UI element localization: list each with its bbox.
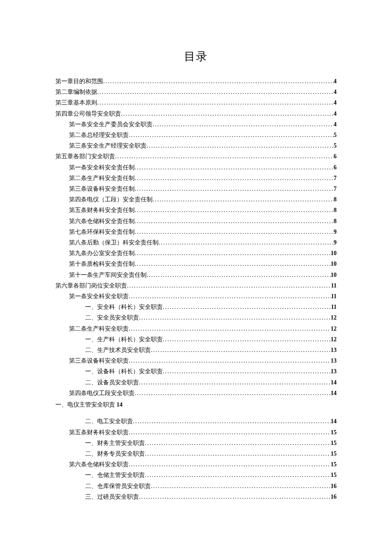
toc-entry-label: 第三章基本原则 xyxy=(55,97,97,108)
toc-entry: 一、生产科（科长）安全职责12 xyxy=(55,334,337,345)
toc-entry-page: 7 xyxy=(334,183,337,194)
toc-entry-page: 6 xyxy=(334,151,337,162)
toc-entry: 二、仓库保管员安全职责16 xyxy=(55,481,337,491)
toc-title: 目录 xyxy=(55,49,337,64)
toc-leader-dots xyxy=(135,173,334,183)
toc-entry: 三、过磅员安全职责16 xyxy=(55,491,337,502)
toc-entry-label: 第二条生产科安全职责 xyxy=(69,323,129,334)
toc-entry-label: 一、财务主管安全职责 xyxy=(85,438,145,448)
toc-entry-label: 二、仓库保管员安全职责 xyxy=(85,481,151,491)
toc-leader-dots xyxy=(151,345,331,355)
toc-leader-dots xyxy=(163,334,331,345)
toc-entry-label: 第二条总经理安全职责 xyxy=(69,130,129,140)
toc-entry: 一、仓储主管安全职责15 xyxy=(55,470,337,480)
toc-leader-dots xyxy=(153,194,334,205)
toc-entry-page: 4 xyxy=(334,119,337,130)
toc-entry-page: 13 xyxy=(331,366,337,377)
toc-entry-label: 第二条生产科安全责任制 xyxy=(69,173,135,183)
toc-leader-dots xyxy=(163,302,331,312)
toc-entry-page: 14 xyxy=(117,401,123,408)
toc-entry: 第八条后勤（保卫）科安全责任制9 xyxy=(55,237,337,248)
toc-entry-label: 三、过磅员安全职责 xyxy=(85,491,139,502)
toc-entry-page: 9 xyxy=(334,227,337,237)
toc-entry: 第四章公司领导安全职责4 xyxy=(55,108,337,119)
toc-entry-label: 第一条安全生产委员会安全职责 xyxy=(69,119,153,130)
toc-entry: 第七条环保科安全责任制9 xyxy=(55,227,337,237)
toc-entry-page: 15 xyxy=(331,438,337,448)
toc-leader-dots xyxy=(145,470,331,480)
toc-entry-page: 11 xyxy=(331,280,337,291)
toc-leader-dots xyxy=(135,388,331,398)
toc-entry-label: 一、仓储主管安全职责 xyxy=(85,470,145,480)
toc-entry: 第九条办公室安全责任制10 xyxy=(55,248,337,259)
toc-entry-label: 第三条安全生产经理安全职责 xyxy=(69,140,147,151)
toc-leader-dots xyxy=(147,140,334,151)
toc-leader-dots xyxy=(129,459,331,470)
toc-entry-page: 16 xyxy=(331,481,337,491)
toc-entry: 第五条财务科安全职责15 xyxy=(55,427,337,438)
toc-leader-dots xyxy=(153,119,334,130)
toc-entry-page: 12 xyxy=(331,334,337,345)
toc-entry: 一、设备科（科长）安全职责13 xyxy=(55,366,337,377)
toc-entry-label: 第四章公司领导安全职责 xyxy=(55,108,121,119)
toc-entry-page: 5 xyxy=(334,140,337,151)
toc-entry: 一、安全科（科长）安全职责11 xyxy=(55,302,337,312)
toc-entry: 二、电工安全职责14 xyxy=(55,416,337,427)
toc-leader-dots xyxy=(139,491,331,502)
toc-entry-label: 二、电工安全职责 xyxy=(85,416,133,427)
toc-leader-dots xyxy=(97,97,334,108)
toc-entry-label: 第一条安全科安全责任制 xyxy=(69,162,135,173)
toc-leader-dots xyxy=(121,108,334,119)
toc-entry-label: 第九条办公室安全责任制 xyxy=(69,248,135,259)
toc-entry-label: 第五章各部门安全职责 xyxy=(55,151,115,162)
toc-leader-dots xyxy=(135,227,334,237)
toc-entry-label: 第六条仓储科安全责任制 xyxy=(69,216,135,227)
toc-entry-label: 第四条电仪（工段）安全责任制 xyxy=(69,194,153,205)
toc-leader-dots xyxy=(127,280,331,291)
toc-leader-dots xyxy=(135,259,331,269)
toc-entry-label: 第一章目的和范围 xyxy=(55,76,103,87)
toc-entry: 一、财务主管安全职责15 xyxy=(55,438,337,448)
toc-entry: 第十一条生产车间安全责任制10 xyxy=(55,270,337,280)
toc-entry: 第二章编制依据4 xyxy=(55,87,337,97)
toc-entry: 第四条电仪（工段）安全责任制8 xyxy=(55,194,337,205)
toc-leader-dots xyxy=(135,162,334,173)
toc-entry: 第六条仓储科安全责任制8 xyxy=(55,216,337,227)
toc-entry: 第二条生产科安全职责12 xyxy=(55,323,337,334)
toc-entry: 第五条财务科安全责任制8 xyxy=(55,205,337,215)
toc-entry: 第三章基本原则4 xyxy=(55,97,337,108)
toc-leader-dots xyxy=(145,438,331,448)
toc-entry-label: 第五条财务科安全职责 xyxy=(69,427,129,438)
toc-entry: 第一条安全科安全职责11 xyxy=(55,291,337,302)
toc-entry: 第十条质检科安全责任制10 xyxy=(55,259,337,269)
toc-entry-page: 15 xyxy=(331,448,337,459)
toc-leader-dots xyxy=(135,183,334,194)
toc-entry: 第五章各部门安全职责6 xyxy=(55,151,337,162)
toc-leader-dots xyxy=(151,481,331,491)
toc-entry-label: 二、设备员安全职责 xyxy=(85,377,139,388)
toc-entry: 第一条安全生产委员会安全职责4 xyxy=(55,119,337,130)
toc-leader-dots xyxy=(159,237,334,248)
toc-entry-label: 二、安全员安全职责 xyxy=(85,312,139,323)
toc-leader-dots xyxy=(97,87,334,97)
toc-entry-page: 7 xyxy=(334,173,337,183)
toc-entry-page: 4 xyxy=(334,76,337,87)
toc-leader-dots xyxy=(115,151,334,162)
toc-leader-dots xyxy=(135,216,334,227)
toc-entry-page: 13 xyxy=(331,345,337,355)
toc-leader-dots xyxy=(135,205,334,215)
toc-entry-page: 4 xyxy=(334,108,337,119)
toc-entry: 二、生产技术员安全职责13 xyxy=(55,345,337,355)
toc-leader-dots xyxy=(129,323,331,334)
toc-entry-page: 10 xyxy=(331,259,337,269)
toc-leader-dots xyxy=(129,427,331,438)
toc-entry-label: 第六条仓储科安全职责 xyxy=(69,459,129,470)
toc-entry-label: 一、生产科（科长）安全职责 xyxy=(85,334,163,345)
toc-leader-dots xyxy=(147,270,331,280)
toc-leader-dots xyxy=(135,248,331,259)
toc-leader-dots xyxy=(129,355,331,366)
toc-entry-label: 第三条设备科安全责任制 xyxy=(69,183,135,194)
toc-entry-page: 4 xyxy=(334,97,337,108)
toc-entry-page: 16 xyxy=(331,491,337,502)
toc-entry-page: 13 xyxy=(331,355,337,366)
